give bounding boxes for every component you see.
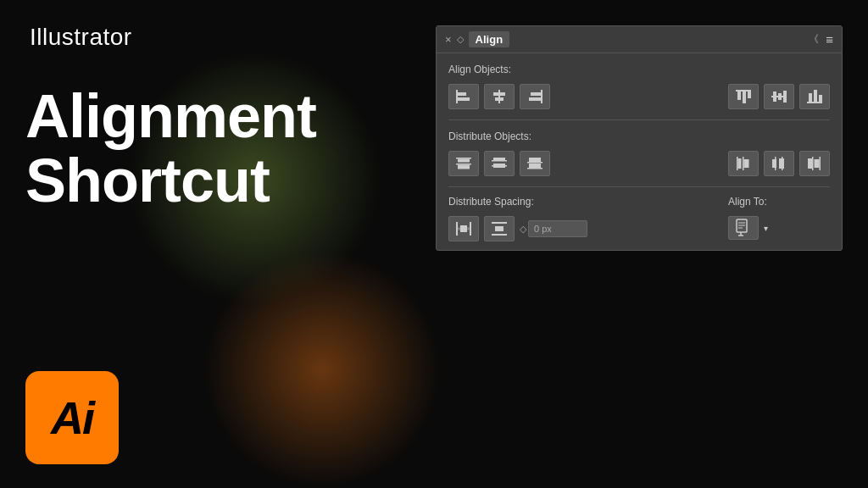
- align-center-v-button[interactable]: [764, 84, 794, 109]
- svg-rect-15: [778, 93, 782, 100]
- svg-rect-4: [493, 92, 505, 96]
- distribute-left-button[interactable]: [728, 151, 759, 176]
- svg-rect-23: [456, 164, 471, 165]
- align-right-button[interactable]: [520, 84, 550, 109]
- align-objects-row: [448, 84, 830, 109]
- close-button[interactable]: ×: [445, 33, 452, 46]
- svg-rect-18: [809, 93, 812, 102]
- distribute-bottom-button[interactable]: [520, 151, 550, 176]
- ai-logo-text: Ai: [51, 391, 93, 444]
- distribute-spacing-section: Distribute Spacing:: [448, 196, 728, 241]
- svg-rect-28: [493, 164, 505, 168]
- title-line1: Alignment: [25, 85, 407, 149]
- distribute-right-button[interactable]: [799, 151, 830, 176]
- title-line2: Shortcut: [25, 149, 407, 214]
- align-to-page-button[interactable]: [728, 216, 759, 240]
- svg-rect-51: [495, 226, 504, 231]
- svg-rect-16: [783, 91, 787, 103]
- spacing-input-group: ◇: [520, 220, 587, 237]
- svg-rect-29: [527, 162, 542, 164]
- distribute-objects-row: [448, 151, 830, 176]
- svg-rect-36: [744, 159, 749, 168]
- panel-menu-button[interactable]: ≡: [826, 32, 833, 47]
- svg-rect-14: [773, 92, 776, 102]
- distribute-center-v-icon: [770, 155, 788, 172]
- spacing-input[interactable]: [528, 220, 587, 237]
- align-to-controls: ▾: [728, 216, 830, 240]
- distribute-spacing-label: Distribute Spacing:: [448, 196, 728, 208]
- distribute-center-v-button[interactable]: [764, 151, 794, 176]
- panel-title: Align: [469, 31, 510, 47]
- align-left-button[interactable]: [448, 84, 479, 109]
- svg-rect-22: [458, 159, 470, 163]
- distribute-spacing-controls: ◇: [448, 216, 728, 241]
- svg-rect-11: [743, 92, 746, 103]
- svg-rect-9: [736, 90, 751, 92]
- svg-rect-5: [495, 97, 504, 101]
- svg-rect-47: [460, 225, 467, 232]
- panel-bottom: Distribute Spacing:: [437, 187, 842, 250]
- svg-rect-49: [492, 222, 507, 224]
- svg-rect-12: [748, 92, 751, 98]
- distribute-center-h-button[interactable]: [484, 151, 515, 176]
- distribute-bottom-icon: [526, 155, 544, 172]
- svg-rect-46: [470, 222, 471, 236]
- main-title: Alignment Shortcut: [25, 85, 407, 213]
- align-center-h-icon: [490, 88, 509, 105]
- dist-spacing-v-button[interactable]: [484, 216, 515, 241]
- chevron-down-icon: ▾: [764, 224, 768, 233]
- distribute-left-icon: [734, 155, 753, 172]
- distribute-objects-section: Distribute Objects:: [437, 120, 842, 186]
- svg-rect-35: [743, 157, 744, 170]
- align-to-page-icon: [734, 218, 753, 238]
- svg-rect-41: [812, 157, 814, 170]
- svg-rect-10: [737, 92, 741, 100]
- collapse-button[interactable]: 《: [809, 32, 819, 47]
- dist-spacing-h-button[interactable]: [448, 216, 479, 241]
- svg-rect-6: [541, 90, 542, 103]
- svg-rect-19: [814, 90, 817, 102]
- align-to-dropdown-button[interactable]: ▾: [764, 224, 768, 233]
- distribute-objects-label: Distribute Objects:: [448, 130, 830, 142]
- svg-rect-50: [492, 234, 507, 236]
- distribute-top-button[interactable]: [448, 151, 479, 176]
- align-top-icon: [734, 88, 753, 105]
- svg-rect-3: [498, 90, 500, 103]
- svg-rect-7: [531, 92, 541, 96]
- svg-rect-38: [772, 159, 776, 168]
- align-bottom-button[interactable]: [799, 84, 830, 109]
- align-objects-label: Align Objects:: [448, 64, 830, 75]
- align-top-button[interactable]: [728, 84, 759, 109]
- svg-rect-26: [493, 158, 505, 161]
- svg-rect-33: [737, 157, 738, 170]
- align-to-label: Align To:: [728, 196, 830, 208]
- svg-rect-31: [527, 168, 542, 169]
- align-bottom-icon: [805, 88, 824, 105]
- svg-rect-17: [807, 102, 822, 103]
- spacing-diamond-icon: ◇: [520, 224, 526, 235]
- svg-rect-42: [808, 158, 812, 169]
- panel-titlebar-right: 《 ≡: [809, 32, 833, 47]
- ai-logo: Ai: [25, 371, 119, 464]
- svg-rect-0: [456, 90, 458, 103]
- svg-rect-21: [456, 158, 471, 159]
- panel-diamond-icon: ◇: [457, 34, 464, 45]
- svg-rect-20: [819, 95, 822, 102]
- svg-rect-30: [529, 158, 541, 162]
- svg-rect-34: [738, 158, 742, 169]
- app-label: Illustrator: [30, 24, 407, 51]
- svg-rect-8: [529, 97, 541, 101]
- align-objects-section: Align Objects:: [437, 53, 842, 119]
- svg-rect-2: [458, 97, 470, 101]
- svg-rect-43: [820, 157, 821, 170]
- align-center-h-button[interactable]: [484, 84, 515, 109]
- align-center-v-icon: [770, 88, 788, 105]
- distribute-right-icon: [805, 155, 824, 172]
- svg-rect-40: [779, 158, 784, 169]
- dist-spacing-h-icon: [454, 220, 473, 237]
- align-to-section: Align To: ▾: [728, 196, 830, 241]
- distribute-center-h-icon: [490, 155, 509, 172]
- panel-titlebar-left: × ◇ Align: [445, 31, 509, 47]
- align-left-icon: [454, 88, 473, 105]
- svg-rect-44: [815, 159, 820, 168]
